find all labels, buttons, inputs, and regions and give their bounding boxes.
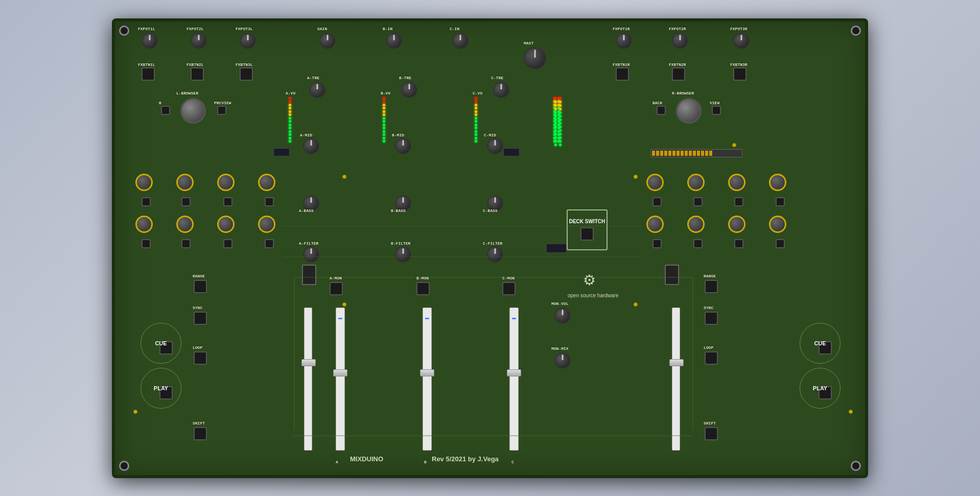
sw-r1a[interactable] [652,197,662,206]
fxpot2r-knob[interactable] [672,33,688,49]
b-mid-knob[interactable] [395,138,411,154]
fxbtn2r-label: FXBTN2R [669,62,686,67]
a-filter-knob[interactable] [303,246,319,263]
fader-b-thumb[interactable] [420,369,434,376]
deck-switch-btn[interactable] [580,227,594,241]
r-browser-enc[interactable] [676,98,702,124]
range-r-label: RANGE [704,274,716,278]
enc-l8[interactable] [258,216,275,233]
gain-knob[interactable] [319,33,336,49]
sw-r8a[interactable] [776,239,785,248]
crossfader-r-thumb[interactable] [669,359,684,366]
fader-c-thumb[interactable] [507,369,521,376]
enc-r5[interactable] [646,216,664,233]
c-mid-knob[interactable] [487,138,503,154]
footer-text: MIXDUINO [350,455,383,463]
enc-r4[interactable] [769,174,786,191]
fxpot1l-knob[interactable] [142,33,158,49]
fxbtn1l[interactable] [142,67,155,81]
r-view-btn[interactable] [712,106,721,115]
sync-r-btn[interactable] [705,312,718,325]
c-mon-btn[interactable] [502,282,516,295]
loop-l-btn[interactable] [194,351,207,365]
a-bass-knob[interactable] [303,195,319,211]
shift-l-btn[interactable] [194,427,207,440]
sw-l1a[interactable] [142,197,151,206]
bin-knob[interactable] [386,33,402,49]
play-l-btn[interactable] [159,386,173,399]
fxpot1r-knob[interactable] [616,33,632,49]
sw-r5a[interactable] [652,239,662,248]
shift-r-btn[interactable] [705,427,718,440]
mon-vol-knob[interactable] [554,308,571,324]
b-tre-knob[interactable] [401,82,417,98]
sw-l5a[interactable] [142,239,151,248]
cue-l-btn[interactable] [159,341,173,355]
fader-c-track [509,308,519,451]
enc-l1[interactable] [135,174,153,191]
fxbtn2l[interactable] [191,67,204,81]
c-tre-knob[interactable] [493,82,509,98]
enc-r7[interactable] [728,216,745,233]
sw-r2a[interactable] [693,197,703,206]
sw-l2a[interactable] [181,197,191,206]
sw-l8a[interactable] [265,239,274,248]
l-back-btn[interactable] [161,106,170,115]
fxpot3l-knob[interactable] [240,33,256,49]
r-back-label: BACK [652,101,662,105]
enc-r8[interactable] [769,216,786,233]
loop-r-btn[interactable] [705,351,718,365]
crossfader-l-thumb[interactable] [301,359,316,366]
sw-l6a[interactable] [181,239,191,248]
ref-dot-6 [133,410,137,414]
enc-r2[interactable] [687,174,705,191]
fxbtn3r[interactable] [733,67,746,81]
fxbtn2r[interactable] [672,67,685,81]
enc-l6[interactable] [176,216,194,233]
range-l-btn[interactable] [194,280,207,293]
sw-l3a[interactable] [223,197,232,206]
ref-dot-4 [634,175,638,179]
fader-b-led [425,318,429,319]
enc-l2[interactable] [176,174,194,191]
enc-l7[interactable] [217,216,235,233]
fxpot3r-knob[interactable] [733,33,750,49]
enc-r3[interactable] [728,174,745,191]
cin-knob[interactable] [452,33,469,49]
b-filter-knob[interactable] [395,246,411,263]
cue-r-btn[interactable] [819,341,832,355]
master-knob[interactable] [524,47,546,69]
sync-l-btn[interactable] [194,312,207,325]
fxpot2l-knob[interactable] [191,33,207,49]
mon-mix-knob[interactable] [554,352,571,369]
play-r-btn[interactable] [819,386,832,399]
r-back-btn[interactable] [657,106,666,115]
b-vu-label: B-VU [381,91,390,96]
a-mon-btn[interactable] [330,282,343,295]
sw-l7a[interactable] [223,239,232,248]
enc-l3[interactable] [217,174,235,191]
enc-r6[interactable] [687,216,705,233]
sw-r3a[interactable] [734,197,743,206]
sw-r6a[interactable] [693,239,703,248]
c-bass-knob[interactable] [487,195,503,211]
enc-r1[interactable] [646,174,664,191]
a-mid-knob[interactable] [303,138,319,154]
a-tre-knob[interactable] [309,82,325,98]
fxbtn1r[interactable] [616,67,629,81]
b-mon-btn[interactable] [416,282,430,295]
fader-a-thumb[interactable] [333,369,347,376]
prcview-btn[interactable] [217,106,226,115]
b-bass-knob[interactable] [395,195,411,211]
sw-r7a[interactable] [734,239,743,248]
b-filter-label: B-FILTER [391,241,410,246]
l-browser-enc[interactable] [180,98,206,124]
enc-l5[interactable] [135,216,153,233]
sw-r4a[interactable] [776,197,785,206]
fxbtn3l[interactable] [240,67,253,81]
enc-l4[interactable] [258,174,275,191]
loop-l-label: LOOP [193,345,202,350]
range-r-btn[interactable] [705,280,718,293]
sw-l4a[interactable] [265,197,274,206]
c-filter-knob[interactable] [487,246,503,263]
